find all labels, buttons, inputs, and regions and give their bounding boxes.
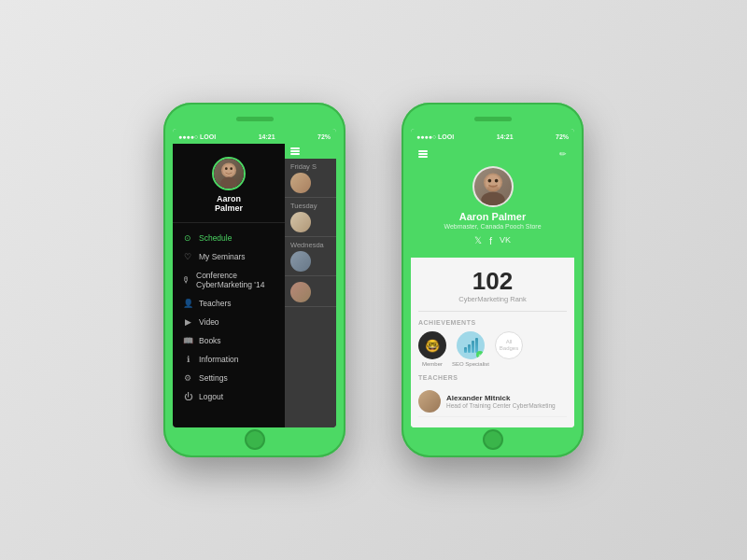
settings-icon: ⚙ [182,373,193,383]
sidebar-profile-name: AaronPalmer [215,194,243,213]
schedule-row-4 [290,282,331,302]
left-main-area: AaronPalmer ⊙ Schedule ♡ My Seminars 🎙 C… [173,144,336,427]
conference-label: Conference CyberMarketing '14 [196,271,275,289]
schedule-item-1: Friday S [285,159,336,198]
status-left-right: ●●●●○ LOOI [416,133,454,140]
seminars-label: My Seminars [199,252,246,261]
schedule-content: Friday S Tuesday Wednesda [285,144,336,427]
home-button-right[interactable] [483,429,503,450]
svg-point-3 [225,167,228,170]
carrier-left: ●●●●○ LOOI [178,133,216,140]
seminars-icon: ♡ [182,252,193,261]
facebook-icon[interactable]: f [489,235,492,246]
profile-name: Aaron Palmer [459,211,527,222]
schedule-avatar-4 [290,282,311,302]
rank-label: CyberMarketing Rank [418,295,567,303]
sidebar: AaronPalmer ⊙ Schedule ♡ My Seminars 🎙 C… [173,144,285,427]
sidebar-item-books[interactable]: 📖 Books [173,331,285,350]
right-phone: ●●●●○ LOOI 14:21 72% ✏ [402,103,584,457]
speaker-left [236,117,274,121]
time-right: 14:21 [497,133,514,140]
battery-right: 72% [556,133,569,140]
schedule-item-2: Tuesday [285,198,336,237]
schedule-label: Schedule [199,233,232,243]
teachers-icon: 👤 [182,299,193,308]
sidebar-item-teachers[interactable]: 👤 Teachers [173,294,285,313]
vk-icon[interactable]: VK [500,235,511,246]
sidebar-item-conference[interactable]: 🎙 Conference CyberMarketing '14 [173,266,285,294]
phone-top-bar-right [411,112,574,125]
right-main: ✏ Aaron Palmer Webmaster, Canad [411,144,574,427]
phone-bottom-bar-right [411,431,574,448]
phone-bottom-bar-left [173,431,336,448]
sidebar-item-settings[interactable]: ⚙ Settings [173,369,285,387]
information-label: Information [199,355,239,364]
speaker-right [474,117,512,121]
books-label: Books [199,336,221,345]
badge-all[interactable]: AllBadges [495,331,523,367]
hamburger-icon-right[interactable] [418,150,428,158]
schedule-day-2: Tuesday [290,202,331,210]
schedule-item-3: Wednesda [285,237,336,276]
twitter-icon[interactable]: 𝕏 [474,235,482,246]
sidebar-profile: AaronPalmer [173,151,285,223]
status-left: ●●●●○ LOOI [178,133,216,140]
svg-point-9 [494,179,498,183]
schedule-row-1 [290,173,331,193]
seo-label: SEO Specialist [452,361,489,367]
schedule-day-3: Wednesda [290,241,331,249]
schedule-day-1: Friday S [290,162,331,171]
sidebar-item-video[interactable]: ▶ Video [173,313,285,331]
svg-point-2 [220,177,237,190]
schedule-item-4 [285,276,336,307]
teacher-avatar-1 [418,390,441,413]
rank-number: 102 [418,269,567,293]
carrier-right: ●●●●○ LOOI [416,133,454,140]
rank-section: 102 CyberMarketing Rank [418,263,567,312]
profile-header-top: ✏ [418,149,567,159]
left-screen: ●●●●○ LOOI 14:21 72% [173,129,336,427]
status-bar-right: ●●●●○ LOOI 14:21 72% [411,129,574,144]
member-label: Member [422,361,443,367]
badge-member-circle: 🤓 [418,331,446,359]
social-icons: 𝕏 f VK [474,235,511,246]
teacher-name-1: Alexander Mitnick [446,394,556,402]
profile-header: ✏ Aaron Palmer Webmaster, Canad [411,144,574,258]
badge-all-circle: AllBadges [495,331,523,359]
schedule-row-2 [290,212,331,232]
badge-member: 🤓 Member [418,331,446,367]
schedule-avatar-2 [290,212,311,232]
svg-point-10 [486,185,499,191]
teacher-row-1: Alexander Mitnick Head of Training Cente… [418,386,567,417]
badge-plus-icon: + [476,351,484,358]
hamburger-icon[interactable] [290,147,300,155]
schedule-avatar-1 [290,173,311,193]
right-screen: ●●●●○ LOOI 14:21 72% ✏ [411,129,574,427]
schedule-icon: ⊙ [182,233,193,243]
achievements-row: 🤓 Member + [418,331,567,367]
schedule-row-3 [290,251,331,272]
sidebar-item-information[interactable]: ℹ Information [173,350,285,369]
sidebar-item-schedule[interactable]: ⊙ Schedule [173,229,285,247]
achievements-title: ACHIEVEMENTS [418,319,567,326]
video-icon: ▶ [182,317,193,327]
teachers-title: TEACHERS [418,374,567,381]
sidebar-item-logout[interactable]: ⏻ Logout [173,387,285,406]
avatar-left [212,157,246,190]
status-right-right: 72% [556,133,569,140]
status-right-left: 72% [317,133,331,140]
phone-top-bar-left [173,112,336,125]
pencil-icon[interactable]: ✏ [559,149,567,159]
content-header [285,144,336,159]
home-button-left[interactable] [245,429,265,450]
sidebar-item-my-seminars[interactable]: ♡ My Seminars [173,247,285,266]
schedule-avatar-3 [290,251,311,272]
profile-subtitle: Webmaster, Canada Pooch Store [444,223,541,230]
settings-label: Settings [199,373,228,383]
member-emoji: 🤓 [425,339,440,353]
profile-avatar [472,166,514,207]
conference-icon: 🎙 [182,275,190,285]
teachers-section: TEACHERS Alexander Mitnick Head of Train… [418,374,567,417]
avatar-img-left [214,159,244,189]
badge-seo-circle: + [457,331,485,359]
